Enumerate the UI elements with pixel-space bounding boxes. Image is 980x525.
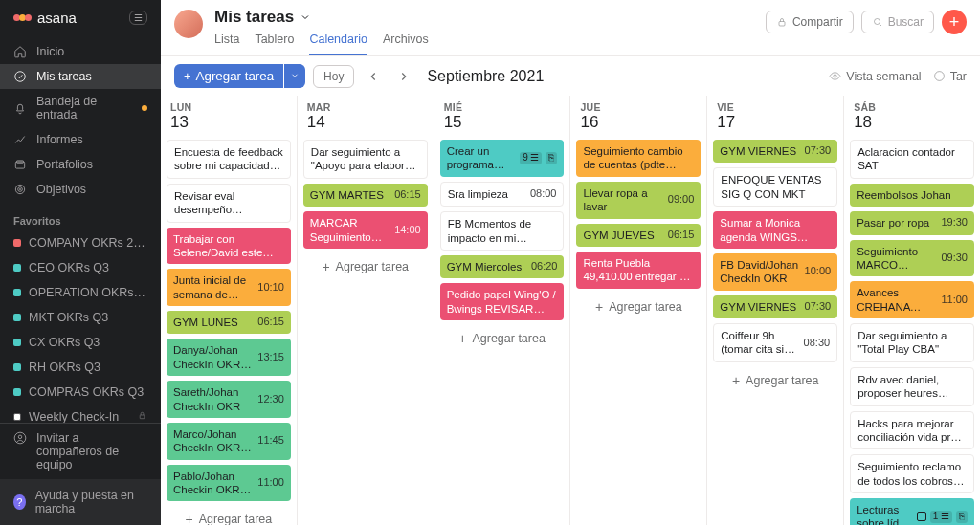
svg-point-4 xyxy=(18,187,23,192)
task-card[interactable]: Marco/Johan CheckIn OKR 30min11:45 xyxy=(167,423,291,460)
task-card[interactable]: Pedido papel Wing'O / Bwings REVISAR STO… xyxy=(440,283,565,320)
add-task-inline[interactable]: +Agregar tarea xyxy=(576,294,701,320)
favorite-item[interactable]: MKT OKRs Q3 xyxy=(0,305,161,330)
svg-point-15 xyxy=(874,19,880,25)
checkbox-icon xyxy=(917,512,926,521)
task-card[interactable]: Dar seguimiento a "Total Play CBA" xyxy=(850,323,974,362)
tabs: ListaTableroCalendarioArchivos xyxy=(214,29,754,55)
sidebar-item-chart[interactable]: Informes xyxy=(0,127,161,152)
task-card[interactable]: Sareth/Johan CheckIn OKR12:30 xyxy=(167,381,291,418)
sidebar-item-bell[interactable]: Bandeja de entrada xyxy=(0,89,161,127)
tab-tablero[interactable]: Tablero xyxy=(255,29,294,55)
help-link[interactable]: ? Ayuda y puesta en marcha xyxy=(0,479,161,525)
task-card[interactable]: Encuesta de feedback sobre mi capacidad … xyxy=(167,140,291,179)
calendar-column: LUN13Encuesta de feedback sobre mi capac… xyxy=(161,96,297,525)
task-card[interactable]: Sumar a Monica agenda WINGS HOME (migrac… xyxy=(713,211,837,249)
next-button[interactable] xyxy=(392,65,415,88)
task-card[interactable]: GYM MARTES06:15 xyxy=(303,184,428,207)
task-card[interactable]: Pasar por ropa19:30 xyxy=(850,211,974,234)
help-icon: ? xyxy=(13,494,26,510)
task-card[interactable]: GYM JUEVES06:15 xyxy=(576,224,701,247)
task-card[interactable]: MARCAR Seguimiento BOMBEROS PBA (tema…14… xyxy=(303,211,428,249)
task-card[interactable]: Danya/Johan CheckIn OKR 30min13:15 xyxy=(167,339,291,376)
add-task-dropdown[interactable] xyxy=(284,64,305,88)
calendar-column: SÁB18Aclaracion contador SATReembolsos J… xyxy=(843,96,980,525)
brand-logo[interactable]: asana xyxy=(13,10,77,26)
search-icon xyxy=(872,16,883,28)
task-card[interactable]: Dar seguimiento a "Apoyo para elaborar d… xyxy=(303,140,428,179)
favorite-item[interactable]: CEO OKRs Q3 xyxy=(0,255,161,280)
task-card[interactable]: GYM VIERNES07:30 xyxy=(713,295,837,318)
invite-icon xyxy=(13,431,27,445)
favorite-item[interactable]: CX OKRs Q3 xyxy=(0,330,161,355)
task-card[interactable]: Revisar eval desempeño GERENTES para ver… xyxy=(167,184,291,223)
task-card[interactable]: Trabajar con Selene/David este tema del … xyxy=(167,228,291,265)
task-card[interactable]: Reembolsos Johan xyxy=(850,184,974,207)
today-button[interactable]: Hoy xyxy=(313,65,354,88)
task-card[interactable]: ENFOQUE VENTAS SIG Q CON MKT xyxy=(713,167,837,207)
favorite-item[interactable]: COMPRAS OKRs Q3 xyxy=(0,380,161,405)
target-icon xyxy=(13,183,27,196)
add-task-inline[interactable]: +Agregar tarea xyxy=(303,253,428,280)
add-task-inline[interactable]: +Agregar tarea xyxy=(167,506,291,525)
favorite-item[interactable]: Weekly Check-In xyxy=(0,405,161,423)
task-card[interactable]: Renta Puebla 49,410.00 entregar a Mónica xyxy=(576,252,701,289)
task-card[interactable]: Llevar ropa a lavar09:00 xyxy=(576,182,701,219)
tab-lista[interactable]: Lista xyxy=(214,29,239,55)
view-toggle[interactable]: Vista semanal xyxy=(829,70,921,83)
task-card[interactable]: FB Momentos de impacto en mi relación de… xyxy=(440,211,565,251)
sidebar-item-folder[interactable]: Portafolios xyxy=(0,152,161,177)
bell-icon xyxy=(13,101,27,115)
lock-icon xyxy=(776,16,788,28)
task-card[interactable]: Junta inicial de semana de líderes10:10 xyxy=(167,269,291,306)
sidebar-item-target[interactable]: Objetivos xyxy=(0,177,161,202)
avatar[interactable] xyxy=(174,10,203,38)
size-toggle[interactable]: Tar xyxy=(933,70,967,83)
sidebar-item-home[interactable]: Inicio xyxy=(0,39,161,64)
calendar-column: MAR14Dar seguimiento a "Apoyo para elabo… xyxy=(297,96,434,525)
task-card[interactable]: Hacks para mejorar conciliación vida pro… xyxy=(850,411,974,450)
sidebar-item-check[interactable]: Mis tareas xyxy=(0,64,161,89)
tab-calendario[interactable]: Calendario xyxy=(309,29,367,55)
task-card[interactable]: Coiffeur 9h (tomar cita si no esta hecho… xyxy=(713,323,837,362)
svg-point-3 xyxy=(15,185,24,193)
task-card[interactable]: Seguimiento reclamo de todos los cobros … xyxy=(850,454,974,493)
task-card[interactable]: Seguimiento MARCO cuando entregan…09:30 xyxy=(850,240,974,277)
svg-point-12 xyxy=(14,432,26,444)
calendar-column: VIE17GYM VIERNES07:30ENFOQUE VENTAS SIG … xyxy=(706,96,843,525)
task-card[interactable]: GYM Miercoles06:20 xyxy=(440,255,565,278)
link-icon: ⎘ xyxy=(546,152,557,164)
tab-archivos[interactable]: Archivos xyxy=(383,29,429,55)
task-card[interactable]: Seguimiento cambio de cuentas (pdte CDB) xyxy=(576,140,701,177)
add-task-inline[interactable]: +Agregar tarea xyxy=(713,367,837,394)
task-card[interactable]: Rdv avec daniel, proposer heures samedi … xyxy=(850,367,974,406)
task-card[interactable]: Avances CREHANA equipo (actualizar y…11:… xyxy=(850,281,974,318)
task-card[interactable]: FB David/Johan CheckIn OKR10:00 xyxy=(713,253,837,291)
create-button[interactable]: + xyxy=(942,10,967,34)
share-button[interactable]: Compartir xyxy=(766,11,854,33)
favorite-item[interactable]: RH OKRs Q3 xyxy=(0,355,161,380)
add-task-button[interactable]: +Agregar tarea xyxy=(174,64,283,88)
task-card[interactable]: Pablo/Johan Checkin OKR 30min11:00 xyxy=(167,465,291,502)
sidebar: asana ☰ InicioMis tareasBandeja de entra… xyxy=(0,0,161,525)
task-card[interactable]: GYM LUNES06:15 xyxy=(167,311,291,334)
svg-point-0 xyxy=(15,72,26,82)
task-card[interactable]: Crear un programa completo de gestión de… xyxy=(440,140,565,177)
page-title[interactable]: Mis tareas xyxy=(214,8,754,27)
search-input[interactable]: Buscar xyxy=(861,11,934,33)
svg-point-16 xyxy=(834,75,836,77)
add-task-inline[interactable]: +Agregar tarea xyxy=(440,325,565,352)
prev-button[interactable] xyxy=(362,65,385,88)
task-card[interactable]: Aclaracion contador SAT xyxy=(850,140,974,179)
chevron-down-icon xyxy=(300,11,311,23)
calendar-toolbar: +Agregar tarea Hoy Septiembre 2021 Vista… xyxy=(161,56,980,96)
task-card[interactable]: Lecturas sobre líder-coach1 ☰⎘ xyxy=(850,498,974,525)
favorite-item[interactable]: COMPANY OKRs 2021 xyxy=(0,230,161,255)
invite-teammates[interactable]: Invitar a compañeros de equipo xyxy=(0,424,161,479)
favorite-item[interactable]: OPERATION OKRs Q3 xyxy=(0,280,161,305)
eye-icon xyxy=(829,70,841,82)
task-card[interactable]: GYM VIERNES07:30 xyxy=(713,140,837,163)
task-card[interactable]: Sra limpieza08:00 xyxy=(440,182,565,207)
sidebar-collapse-button[interactable]: ☰ xyxy=(129,11,147,25)
subtask-badge: 9 ☰ xyxy=(520,152,542,164)
